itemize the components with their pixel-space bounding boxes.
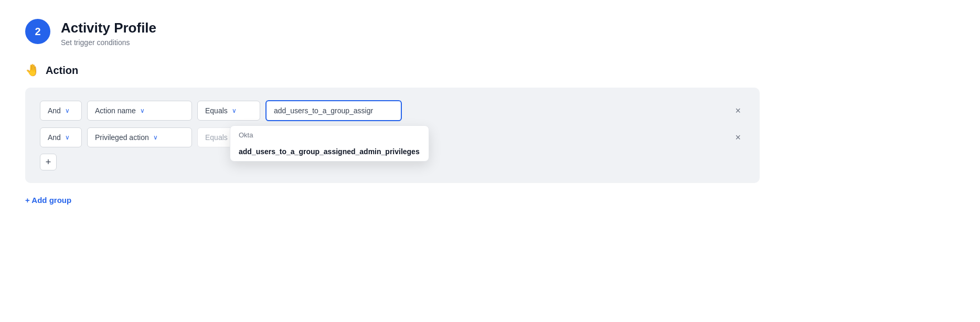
close-row-1-button[interactable]: × — [731, 103, 745, 119]
step-title: Activity Profile — [61, 20, 156, 36]
and-dropdown-1[interactable]: And ∨ — [40, 101, 82, 121]
chevron-icon-field-1: ∨ — [140, 107, 145, 114]
autocomplete-group-label: Okta — [230, 126, 429, 142]
and-dropdown-2[interactable]: And ∨ — [40, 127, 82, 147]
field-dropdown-1[interactable]: Action name ∨ — [87, 101, 192, 121]
value-input-1[interactable] — [265, 100, 402, 121]
chevron-icon-field-2: ∨ — [153, 134, 158, 141]
field-label-2: Privileged action — [95, 133, 149, 142]
page-container: 2 Activity Profile Set trigger condition… — [0, 0, 980, 226]
close-row-2-button[interactable]: × — [731, 130, 745, 145]
add-condition-button[interactable]: + — [40, 154, 57, 170]
field-dropdown-2[interactable]: Privileged action ∨ — [87, 127, 192, 147]
step-title-block: Activity Profile Set trigger conditions — [61, 19, 156, 47]
chevron-icon-and-1: ∨ — [65, 107, 70, 114]
section-heading: 🤚 Action — [25, 63, 955, 77]
and-label-2: And — [48, 133, 61, 142]
autocomplete-dropdown: Okta add_users_to_a_group_assigned_admin… — [230, 125, 429, 162]
chevron-icon-operator-1: ∨ — [232, 107, 237, 114]
autocomplete-item-1[interactable]: add_users_to_a_group_assigned_admin_priv… — [230, 142, 429, 161]
condition-row-1: And ∨ Action name ∨ Equals ∨ × — [40, 100, 745, 121]
and-label-1: And — [48, 106, 61, 115]
step-badge: 2 — [25, 19, 50, 44]
action-icon: 🤚 — [25, 63, 39, 77]
operator-label-1: Equals — [205, 106, 228, 115]
operator-dropdown-1[interactable]: Equals ∨ — [197, 101, 260, 121]
step-subtitle: Set trigger conditions — [61, 38, 156, 47]
section-title: Action — [46, 65, 78, 77]
step-header: 2 Activity Profile Set trigger condition… — [25, 19, 955, 47]
field-label-1: Action name — [95, 106, 136, 115]
operator-label-2: Equals — [205, 133, 228, 142]
add-group-button[interactable]: + Add group — [25, 194, 71, 207]
conditions-box: And ∨ Action name ∨ Equals ∨ × And ∨ Pri… — [25, 88, 760, 183]
chevron-icon-and-2: ∨ — [65, 134, 70, 141]
